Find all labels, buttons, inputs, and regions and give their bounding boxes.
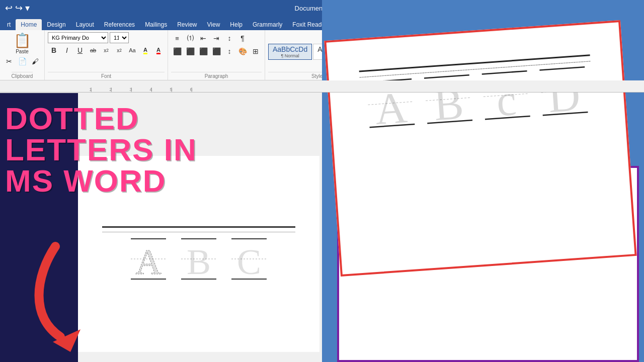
arrow-graphic — [25, 236, 126, 337]
svg-text:D: D — [546, 71, 582, 120]
font-color-button[interactable]: A — [152, 44, 165, 56]
ruler-mark-6: 6 — [181, 87, 201, 92]
tab-review[interactable]: Review — [172, 19, 202, 30]
copy-button[interactable]: 📄 — [16, 55, 28, 67]
doc-red-border: A B c D — [324, 20, 636, 277]
ruler-mark-2: 2 — [101, 87, 121, 92]
svg-text:C: C — [237, 242, 261, 282]
ruler-marks: 1 2 3 4 5 6 — [0, 80, 644, 92]
tab-references[interactable]: References — [99, 19, 140, 30]
style-normal-preview: AaBbCcDd — [273, 45, 307, 53]
bullets-button[interactable]: ≡ — [171, 32, 183, 44]
quick-access-toolbar[interactable]: ↩ ↪ ▾ — [5, 3, 30, 14]
subscript-button[interactable]: x2 — [100, 44, 112, 56]
clipboard-group-label: Clipboard — [12, 72, 33, 79]
tab-design[interactable]: Design — [42, 19, 70, 30]
clear-format-button[interactable]: Aa — [126, 44, 138, 56]
ruler: 1 2 3 4 5 6 — [0, 80, 644, 93]
justify-button[interactable]: ⬛ — [210, 45, 222, 57]
ruler-mark-5: 5 — [161, 87, 181, 92]
cut-button[interactable]: ✂ — [3, 55, 15, 67]
dotted-letter-C-left: C — [229, 236, 269, 282]
font-group-label: Font — [48, 72, 165, 79]
underline-button[interactable]: U — [74, 44, 86, 56]
numbering-button[interactable]: ⑴ — [184, 32, 196, 44]
clipboard-group: 📋 Paste ✂ 📄 🖌 Clipboard — [0, 30, 45, 80]
tab-home[interactable]: Home — [16, 19, 42, 30]
superscript-button[interactable]: x2 — [113, 44, 125, 56]
tab-help[interactable]: Help — [225, 19, 248, 30]
show-marks-button[interactable]: ¶ — [236, 32, 249, 44]
bold-button[interactable]: B — [48, 44, 60, 56]
sort-button[interactable]: ↕ — [223, 32, 235, 44]
style-normal-label: ¶ Normal — [273, 53, 307, 58]
paragraph-group: ≡ ⑴ ⇤ ⇥ ↕ ¶ ⬛ ⬛ ⬛ ⬛ ↕ 🎨 ⊞ Paragraph — [168, 30, 265, 80]
style-normal[interactable]: AaBbCcDd ¶ Normal — [268, 44, 312, 60]
dotted-letter-c-red: c — [479, 66, 533, 125]
decrease-indent-button[interactable]: ⇤ — [197, 32, 209, 44]
align-center-button[interactable]: ⬛ — [184, 45, 196, 57]
tab-grammarly[interactable]: Grammarly — [248, 19, 287, 30]
tab-layout[interactable]: Layout — [71, 19, 99, 30]
ruler-mark-3: 3 — [121, 87, 141, 92]
strikethrough-button[interactable]: ab — [87, 44, 99, 56]
font-size-select[interactable]: 11 — [110, 32, 129, 43]
svg-line-22 — [481, 71, 527, 74]
text-highlight-button[interactable]: A — [139, 44, 151, 56]
svg-line-18 — [424, 75, 469, 78]
dotted-letter-B-red: B — [421, 70, 475, 129]
dotted-letter-B-left: B — [179, 236, 219, 282]
svg-text:B: B — [187, 242, 211, 282]
tab-rt[interactable]: rt — [2, 19, 16, 30]
tab-mailings[interactable]: Mailings — [140, 19, 172, 30]
svg-line-26 — [539, 67, 585, 70]
align-right-button[interactable]: ⬛ — [197, 45, 209, 57]
ruler-mark-1: 1 — [80, 87, 101, 92]
line-spacing-button[interactable]: ↕ — [223, 45, 235, 57]
font-name-select[interactable]: KG Primary Do — [48, 32, 108, 43]
paragraph-group-label: Paragraph — [171, 72, 262, 79]
borders-button[interactable]: ⊞ — [250, 45, 262, 57]
shading-button[interactable]: 🎨 — [236, 45, 249, 57]
paste-button[interactable]: 📋 Paste — [14, 32, 31, 54]
format-painter-button[interactable]: 🖌 — [29, 55, 41, 67]
tab-view[interactable]: View — [202, 19, 225, 30]
ruler-mark-4: 4 — [141, 87, 161, 92]
italic-button[interactable]: I — [61, 44, 73, 56]
increase-indent-button[interactable]: ⇥ — [210, 32, 222, 44]
align-left-button[interactable]: ⬛ — [171, 45, 183, 57]
font-group: KG Primary Do 11 B I U ab x2 x2 Aa A A — [45, 30, 168, 80]
